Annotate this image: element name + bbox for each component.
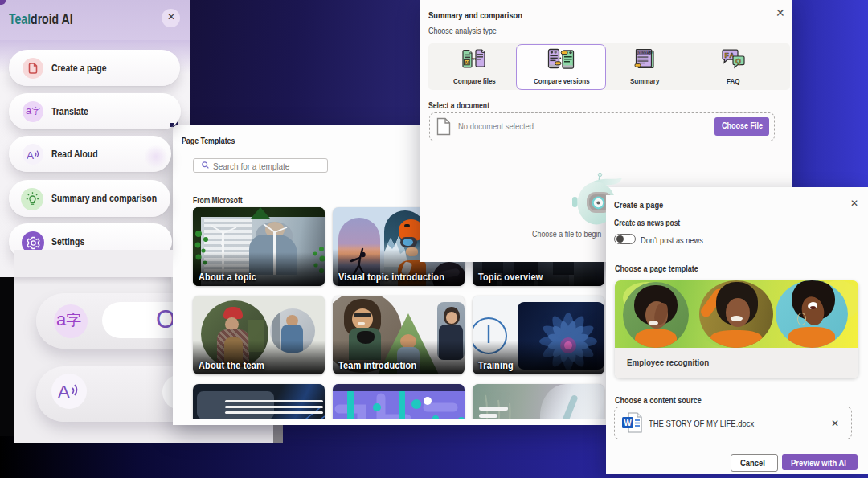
svg-text:SUMMARY: SUMMARY — [638, 51, 653, 55]
svg-text:F: F — [725, 51, 729, 59]
svg-text:A: A — [27, 149, 34, 161]
svg-text:W: W — [624, 419, 632, 427]
svg-text:Q: Q — [735, 57, 741, 65]
svg-text:AI: AI — [465, 61, 469, 65]
svg-text:A: A — [58, 382, 70, 402]
